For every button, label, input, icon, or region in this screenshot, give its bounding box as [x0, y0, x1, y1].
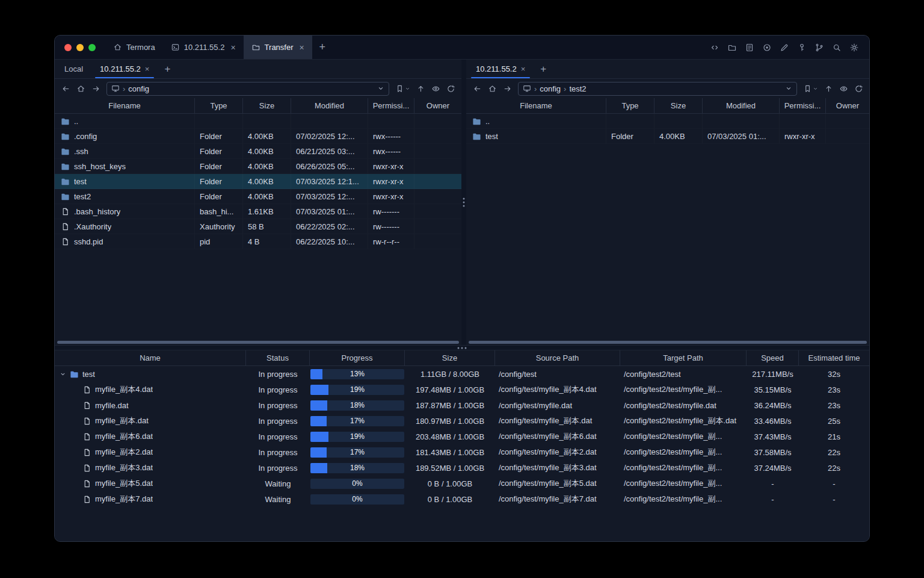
pane-new-tab-button[interactable]: + [158, 60, 177, 78]
transfer-status: In progress [246, 429, 310, 444]
scrollbar-thumb[interactable] [469, 341, 867, 344]
breadcrumb-item[interactable]: test2 [569, 84, 586, 93]
file-icon [82, 417, 91, 426]
bookmark-button[interactable] [801, 81, 821, 96]
forward-button[interactable] [88, 81, 103, 96]
search-icon[interactable] [829, 40, 845, 55]
key-icon[interactable] [794, 40, 810, 55]
file-row[interactable]: .. [466, 114, 869, 129]
branch-icon[interactable] [812, 40, 827, 55]
column-header-type[interactable]: Type [606, 98, 654, 113]
path-dropdown-icon[interactable] [377, 85, 384, 92]
breadcrumb-item[interactable]: config [128, 84, 149, 93]
transfer-row[interactable]: myfile.dat In progress 18% 187.87MB / 1.… [55, 397, 869, 413]
file-row[interactable]: test Folder 4.00KB 07/03/2025 12:1... rw… [55, 174, 461, 189]
file-row[interactable]: .config Folder 4.00KB 07/02/2025 12:... … [55, 129, 461, 144]
path-field[interactable]: ›config [106, 82, 389, 96]
transfer-row[interactable]: myfile_副本3.dat In progress 18% 189.52MB … [55, 460, 869, 476]
show-hidden-button[interactable] [428, 81, 443, 96]
transfer-column-header-speed[interactable]: Speed [747, 350, 799, 365]
expander-icon[interactable] [60, 371, 66, 378]
column-header-modified[interactable]: Modified [291, 98, 368, 113]
column-header-permissi[interactable]: Permissi... [368, 98, 414, 113]
transfer-row[interactable]: myfile_副本4.dat In progress 19% 197.48MB … [55, 382, 869, 397]
home-button[interactable] [485, 81, 499, 96]
settings-icon[interactable] [846, 40, 862, 55]
up-button[interactable] [821, 81, 836, 96]
window-tab-transfer[interactable]: Transfer× [244, 36, 312, 59]
back-button[interactable] [58, 81, 73, 96]
record-icon[interactable] [759, 40, 775, 55]
column-header-permissi[interactable]: Permissi... [780, 98, 826, 113]
file-row[interactable]: ssh_host_keys Folder 4.00KB 06/26/2025 0… [55, 159, 461, 174]
transfer-column-header-status[interactable]: Status [246, 350, 310, 365]
close-tab-icon[interactable]: × [230, 43, 235, 52]
transfer-row[interactable]: myfile_副本5.dat Waiting 0% 0 B / 1.00GB /… [55, 476, 869, 491]
vertical-splitter[interactable] [461, 60, 466, 345]
journal-icon[interactable] [742, 40, 757, 55]
breadcrumb-item[interactable]: config [540, 84, 561, 93]
file-row[interactable]: .Xauthority Xauthority 58 B 06/22/2025 0… [55, 219, 461, 234]
code-icon[interactable] [707, 40, 722, 55]
back-button[interactable] [470, 81, 484, 96]
file-row[interactable]: test Folder 4.00KB 07/03/2025 01:... rwx… [466, 129, 869, 144]
transfer-row[interactable]: test In progress 13% 1.11GB / 8.00GB /co… [55, 366, 869, 382]
window-tab-termora[interactable]: Termora [105, 36, 163, 59]
transfer-column-header-progress[interactable]: Progress [310, 350, 405, 365]
show-hidden-button[interactable] [836, 81, 851, 96]
path-field[interactable]: ›config›test2 [518, 82, 797, 96]
scrollbar-thumb[interactable] [57, 341, 459, 344]
column-header-filename[interactable]: Filename [55, 98, 195, 113]
horizontal-scrollbar[interactable] [466, 339, 869, 345]
forward-button[interactable] [500, 81, 514, 96]
transfer-row[interactable]: myfile_副本.dat In progress 17% 180.97MB /… [55, 413, 869, 429]
transfer-column-header-name[interactable]: Name [55, 350, 246, 365]
pane-tab-10-211-55-2[interactable]: 10.211.55.2× [91, 60, 158, 78]
new-window-tab-button[interactable]: + [312, 36, 333, 59]
file-row[interactable]: .. [55, 114, 461, 129]
close-tab-icon[interactable]: × [145, 65, 150, 73]
file-row[interactable]: test2 Folder 4.00KB 07/03/2025 12:... rw… [55, 189, 461, 204]
pane-new-tab-button[interactable]: + [534, 60, 553, 78]
file-row[interactable]: sshd.pid pid 4 B 06/22/2025 10:... rw-r-… [55, 234, 461, 249]
close-window-button[interactable] [64, 44, 72, 51]
horizontal-scrollbar[interactable] [55, 339, 461, 345]
horizontal-splitter[interactable] [55, 345, 869, 350]
refresh-button[interactable] [851, 81, 866, 96]
up-button[interactable] [413, 81, 428, 96]
transfer-column-header-source-path[interactable]: Source Path [495, 350, 620, 365]
transfer-row[interactable]: myfile_副本2.dat In progress 17% 181.43MB … [55, 444, 869, 460]
file-row[interactable]: .ssh Folder 4.00KB 06/21/2025 03:... rwx… [55, 144, 461, 159]
folder-icon[interactable] [724, 40, 740, 55]
column-header-modified[interactable]: Modified [703, 98, 780, 113]
path-dropdown-icon[interactable] [785, 85, 792, 92]
close-tab-icon[interactable]: × [300, 43, 304, 52]
pane-tab-10-211-55-2[interactable]: 10.211.55.2× [467, 60, 534, 78]
column-header-size[interactable]: Size [243, 98, 291, 113]
file-owner [414, 144, 461, 158]
column-header-size[interactable]: Size [654, 98, 703, 113]
file-row[interactable]: .bash_history bash_hi... 1.61KB 07/03/20… [55, 204, 461, 219]
edit-icon[interactable] [777, 40, 792, 55]
column-header-type[interactable]: Type [195, 98, 243, 113]
transfer-name: myfile_副本4.dat [95, 384, 153, 395]
file-panes: Local10.211.55.2×+ ›config FilenameTypeS… [55, 60, 869, 345]
transfer-target-path: /config/test2/test/myfile_副... [620, 476, 747, 491]
window-tab-10-211-55-2[interactable]: 10.211.55.2× [163, 36, 244, 59]
column-header-owner[interactable]: Owner [826, 98, 869, 113]
transfer-row[interactable]: myfile_副本6.dat In progress 19% 203.48MB … [55, 429, 869, 444]
zoom-window-button[interactable] [88, 44, 96, 51]
refresh-button[interactable] [443, 81, 458, 96]
transfer-column-header-estimated-time[interactable]: Estimated time [799, 350, 869, 365]
file-icon [61, 222, 70, 231]
pane-tab-local[interactable]: Local [56, 60, 91, 78]
column-header-filename[interactable]: Filename [466, 98, 606, 113]
minimize-window-button[interactable] [76, 44, 84, 51]
transfer-column-header-size[interactable]: Size [405, 350, 495, 365]
transfer-row[interactable]: myfile_副本7.dat Waiting 0% 0 B / 1.00GB /… [55, 491, 869, 507]
column-header-owner[interactable]: Owner [414, 98, 461, 113]
bookmark-button[interactable] [393, 81, 413, 96]
home-button[interactable] [73, 81, 88, 96]
transfer-column-header-target-path[interactable]: Target Path [620, 350, 747, 365]
close-tab-icon[interactable]: × [521, 65, 526, 73]
